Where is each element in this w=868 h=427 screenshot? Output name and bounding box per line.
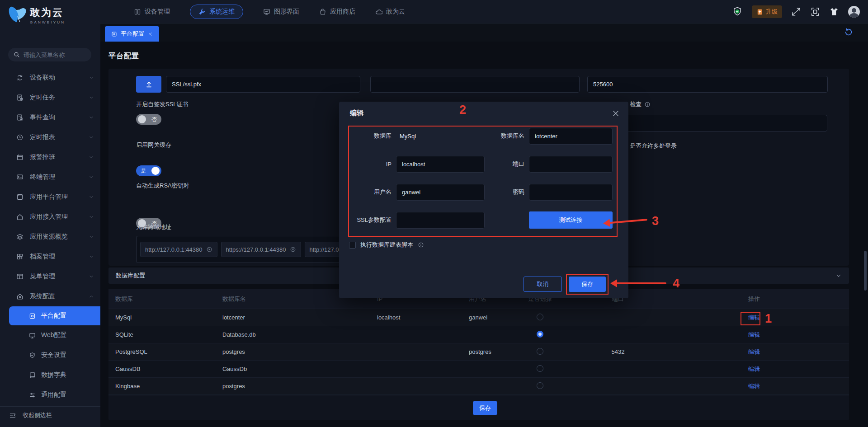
db-config-table: 数据库 数据库名 IP 用户名 是否选择 端口 操作 MySql iotcent… bbox=[108, 289, 849, 420]
row-select-radio[interactable] bbox=[537, 314, 543, 320]
sidebar-item-archive-management[interactable]: 档案管理 bbox=[0, 247, 100, 267]
app-root: 敢为云 GANWEIYUN 设备联动 定时任务 事件查询 bbox=[0, 0, 868, 427]
chevron-down-icon bbox=[89, 194, 94, 200]
modal-title: 编辑 bbox=[350, 109, 363, 117]
home-icon bbox=[16, 213, 24, 221]
info-icon bbox=[418, 242, 424, 248]
sidebar-item-alarm-scheduling[interactable]: 报警排班 bbox=[0, 147, 100, 167]
ssl-param-input[interactable] bbox=[396, 212, 485, 229]
user-avatar[interactable] bbox=[848, 6, 860, 18]
security-shield-icon[interactable] bbox=[732, 6, 743, 17]
remove-tag-icon[interactable] bbox=[290, 246, 296, 253]
sidebar-item-system-config[interactable]: 系统配置 bbox=[0, 286, 100, 306]
chevron-down-icon bbox=[89, 95, 94, 100]
upgrade-box-icon bbox=[756, 9, 763, 15]
cors-tag: https://127.0.0.1:44380 bbox=[221, 242, 301, 257]
ssl-file-input[interactable] bbox=[166, 76, 360, 93]
sidebar-item-menu-management[interactable]: 菜单管理 bbox=[0, 267, 100, 286]
upgrade-button[interactable]: 升级 bbox=[752, 5, 782, 18]
refresh-icon[interactable] bbox=[844, 27, 854, 37]
save-button[interactable]: 保存 bbox=[473, 401, 497, 415]
archive-icon bbox=[16, 253, 24, 260]
sidebar-item-scheduled-tasks[interactable]: 定时任务 bbox=[0, 88, 100, 108]
sidebar-subitem-platform-config[interactable]: 平台配置 bbox=[9, 306, 100, 325]
terminal-icon bbox=[16, 174, 24, 181]
theme-shirt-icon[interactable] bbox=[829, 7, 839, 17]
calendar-icon bbox=[16, 154, 24, 161]
db-name-input[interactable] bbox=[529, 128, 613, 145]
remove-tag-icon[interactable] bbox=[206, 246, 212, 253]
db-type-value: MySql bbox=[400, 133, 416, 140]
sidebar-item-app-resource-overview[interactable]: 应用资源概览 bbox=[0, 227, 100, 247]
monitor-icon bbox=[29, 332, 36, 339]
sidebar-subitem-common-config[interactable]: 通用配置 bbox=[0, 385, 100, 405]
table-row-postgresql: PostgreSQL postgres postgres 5432 编辑 bbox=[108, 343, 849, 361]
chevron-down-icon bbox=[89, 254, 94, 259]
fullscreen-icon[interactable] bbox=[791, 7, 801, 17]
row-select-radio[interactable] bbox=[537, 382, 543, 389]
sidebar-item-app-platform-management[interactable]: 应用平台管理 bbox=[0, 187, 100, 207]
form-input-2[interactable] bbox=[370, 76, 580, 93]
run-db-script-row: 执行数据库建表脚本 bbox=[349, 241, 424, 249]
ip-input[interactable] bbox=[396, 156, 485, 173]
annotation-box-save bbox=[566, 274, 609, 295]
gateway-cache-label: 启用网关缓存 bbox=[136, 141, 171, 149]
password-input[interactable] bbox=[529, 184, 613, 201]
scan-frame-icon[interactable] bbox=[810, 7, 820, 17]
edit-link[interactable]: 编辑 bbox=[748, 348, 760, 355]
edit-link[interactable]: 编辑 bbox=[748, 383, 760, 389]
sliders-icon bbox=[29, 392, 36, 399]
monitor-icon bbox=[263, 8, 270, 15]
sidebar-item-app-access-management[interactable]: 应用接入管理 bbox=[0, 207, 100, 227]
db-type-label: 数据库 bbox=[343, 132, 392, 140]
run-db-script-checkbox[interactable] bbox=[349, 242, 356, 249]
nav-ganweiyun[interactable]: 敢为云 bbox=[375, 8, 405, 16]
edit-link[interactable]: 编辑 bbox=[748, 366, 760, 372]
sidebar-item-scheduled-reports[interactable]: 定时报表 bbox=[0, 127, 100, 147]
modal-close-icon[interactable] bbox=[612, 110, 619, 117]
sidebar-item-terminal-management[interactable]: 终端管理 bbox=[0, 167, 100, 187]
nav-device-management[interactable]: 设备管理 bbox=[134, 8, 170, 16]
username-input[interactable] bbox=[396, 184, 485, 201]
table-row-kingbase: Kingbase postgres 编辑 bbox=[108, 378, 849, 395]
sidebar-subitem-security-settings[interactable]: 安全设置 bbox=[0, 345, 100, 365]
chevron-down-icon bbox=[89, 75, 94, 80]
collapse-sidebar-button[interactable]: 收起侧边栏 bbox=[0, 406, 100, 423]
nav-system-ops[interactable]: 系统运维 bbox=[190, 5, 243, 19]
sidebar-item-device-linkage[interactable]: 设备联动 bbox=[0, 68, 100, 88]
ip-label: IP bbox=[343, 161, 392, 168]
upgrade-label: 升级 bbox=[766, 8, 778, 16]
self-signed-ssl-toggle[interactable]: 否 bbox=[136, 114, 161, 125]
nav-app-store[interactable]: 应用商店 bbox=[319, 8, 355, 16]
ssl-upload-button[interactable] bbox=[136, 76, 161, 93]
row-select-radio[interactable] bbox=[537, 365, 543, 372]
section-chevron-down-icon[interactable] bbox=[835, 272, 842, 279]
scrollbar-thumb[interactable] bbox=[864, 251, 867, 291]
nav-graphic-interface[interactable]: 图形界面 bbox=[263, 8, 299, 16]
sidebar-subitem-web-config[interactable]: Web配置 bbox=[0, 325, 100, 345]
doc-search-icon bbox=[16, 114, 24, 121]
tab-close-icon[interactable] bbox=[148, 32, 153, 37]
menu-search-input[interactable] bbox=[24, 52, 82, 58]
multi-login-label: 是否允许多处登录 bbox=[630, 142, 677, 150]
cancel-button[interactable]: 取消 bbox=[524, 277, 562, 292]
brand-logo[interactable]: 敢为云 GANWEIYUN bbox=[6, 5, 65, 25]
book-icon bbox=[29, 372, 36, 379]
annotation-number-1: 1 bbox=[765, 312, 772, 326]
edit-link[interactable]: 编辑 bbox=[748, 331, 760, 338]
chevron-down-icon bbox=[89, 115, 94, 120]
form-input-3[interactable] bbox=[587, 76, 828, 93]
edit-database-modal: 编辑 数据库 MySql 数据库名 IP 端口 用户名 密码 SSL参数配置 测… bbox=[339, 102, 628, 298]
row-select-radio[interactable] bbox=[537, 331, 543, 338]
annotation-number-3: 3 bbox=[652, 214, 659, 228]
row-select-radio[interactable] bbox=[537, 348, 543, 355]
sidebar-item-event-query[interactable]: 事件查询 bbox=[0, 108, 100, 127]
gateway-cache-toggle[interactable]: 是 bbox=[136, 165, 161, 176]
sidebar-subitem-data-dictionary[interactable]: 数据字典 bbox=[0, 365, 100, 385]
port-input[interactable] bbox=[529, 156, 613, 173]
shopping-bag-icon bbox=[319, 8, 326, 15]
tab-platform-config[interactable]: 平台配置 bbox=[105, 26, 159, 42]
tab-strip: 平台配置 bbox=[100, 23, 868, 42]
menu-search[interactable] bbox=[8, 48, 91, 61]
run-db-script-label: 执行数据库建表脚本 bbox=[360, 241, 413, 249]
